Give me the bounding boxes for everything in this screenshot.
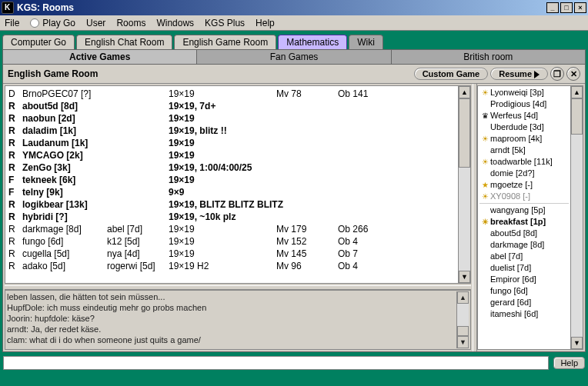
menu-user[interactable]: User [86,18,105,28]
game-list-scrollbar[interactable]: ▲ ▼ [458,86,470,283]
star-icon: ★ [479,179,490,191]
menubar: File Play Go User Rooms Windows KGS Plus… [0,15,588,31]
menu-file[interactable]: File [5,18,19,28]
user-name: Lyonweiqi [3p] [490,87,544,98]
game-row[interactable]: Ftelny [9k]9×9 [7,186,456,198]
user-row[interactable]: abel [7d] [478,251,570,262]
user-row[interactable]: ☀breakfast [1p] [478,216,570,228]
titlebar[interactable]: KGS: Rooms _ □ × [0,0,588,15]
room-tab[interactable]: Wiki [349,35,383,49]
game-row[interactable]: RLaudanum [1k]19×19 [7,137,456,149]
menu-play-go[interactable]: Play Go [30,18,75,28]
game-row[interactable]: Rdaladim [1k]19×19, blitz !! [7,125,456,137]
room-tab[interactable]: Mathematics [278,35,347,49]
chat-scrollbar[interactable]: ▲ ▼ [456,291,469,348]
room-tab[interactable]: English Chat Room [76,35,172,49]
chat-line: arndt: Ja, der redet käse. [7,324,456,334]
user-row[interactable]: arndt [5k] [478,145,570,156]
menu-kgs-plus[interactable]: KGS Plus [205,18,245,28]
user-name: darkmage [8d] [490,239,544,251]
user-row[interactable]: darkmage [8d] [478,239,570,251]
user-list-divider [479,203,569,204]
game-row[interactable]: Rhybridi [?]19×19, ~10k plz [7,211,456,223]
game-row[interactable]: Rnaobun [2d]19×19 [7,112,456,125]
game-row[interactable]: Rfungo [6d]k12 [5d]19×19Mv 152Ob 4 [7,235,456,248]
minimize-button[interactable]: _ [546,2,559,13]
play-icon [534,71,540,78]
user-name: wangyang [5p] [490,205,546,216]
user-row[interactable]: domie [2d?] [478,168,570,179]
user-name: breakfast [1p] [490,216,546,228]
user-row[interactable]: ★mgoetze [-] [478,179,570,191]
game-row[interactable]: DBrnoPGEC07 [?]19×19Mv 78Ob 141 [7,88,456,100]
game-row[interactable]: Rabout5d [8d]19×19, 7d+ [7,100,456,112]
game-row[interactable]: Rlogikbear [13k]19×19, BLITZ BLITZ BLITZ [7,198,456,211]
scroll-up-icon[interactable]: ▲ [459,86,470,98]
windows-icon-button[interactable]: ❐ [550,67,564,81]
crown-icon: ♛ [479,110,490,121]
user-name: XY0908 [-] [490,191,530,202]
chat-line: leben lassen, die hätten tot sein müssen… [7,291,456,302]
chat-input[interactable] [3,356,549,370]
chat-line: clam: what di i do when someone just qui… [7,334,456,345]
user-name: maproom [4k] [490,133,542,145]
user-row[interactable]: ☀maproom [4k] [478,133,570,145]
room-name: English Game Room [8,68,412,79]
scroll-down-icon[interactable]: ▼ [571,337,583,349]
game-row[interactable]: Rdarkmage [8d]abel [7d]19×19Mv 179Ob 266 [7,223,456,235]
sub-tab[interactable]: Active Games [3,50,197,64]
user-row[interactable]: Prodigious [4d] [478,98,570,110]
scroll-up-icon[interactable]: ▲ [457,291,469,304]
scroll-up-icon[interactable]: ▲ [571,86,583,98]
chat-line: Joorin: hupfdole: käse? [7,313,456,324]
game-row[interactable]: Rcugella [5d]nya [4d]19×19Mv 145Ob 7 [7,248,456,260]
user-row[interactable]: Uberdude [3d] [478,121,570,133]
sun-icon: ☀ [479,191,490,202]
menu-windows[interactable]: Windows [156,18,194,28]
user-row[interactable]: wangyang [5p] [478,205,570,216]
scroll-down-icon[interactable]: ▼ [457,336,469,348]
sun-icon: ☀ [479,133,490,145]
resume-button[interactable]: Resume [490,68,548,80]
sub-tab[interactable]: Fan Games [197,50,391,64]
game-row[interactable]: Ftekneek [6k]19×19 [7,174,456,186]
user-name: Werfeus [4d] [490,110,538,121]
user-name: Uberdude [3d] [490,121,544,133]
user-row[interactable]: ☀toadwarble [11k] [478,156,570,168]
user-row[interactable]: Empiror [6d] [478,274,570,285]
user-row[interactable]: about5d [8d] [478,228,570,239]
user-name: Prodigious [4d] [490,98,546,110]
user-name: domie [2d?] [490,168,534,179]
user-name: abel [7d] [490,251,523,262]
menu-rooms[interactable]: Rooms [116,18,145,28]
game-row[interactable]: Radako [5d]rogerwi [5d]19×19 H2Mv 96Ob 4 [7,260,456,272]
game-row[interactable]: RYMCAGO [2k]19×19 [7,149,456,161]
room-tabs: Computer GoEnglish Chat RoomEnglish Game… [2,35,586,49]
user-row[interactable]: ☀XY0908 [-] [478,191,570,202]
user-row[interactable]: itameshi [6d] [478,308,570,320]
user-list-scrollbar[interactable]: ▲ ▼ [570,86,583,349]
room-tab[interactable]: English Game Room [174,35,276,49]
maximize-button[interactable]: □ [560,2,573,13]
room-tab[interactable]: Computer Go [2,35,75,49]
menu-help[interactable]: Help [256,18,275,28]
user-row[interactable]: fungo [6d] [478,285,570,297]
close-room-button[interactable]: ✕ [566,67,580,81]
custom-game-button[interactable]: Custom Game [414,68,489,80]
user-row[interactable]: ♛Werfeus [4d] [478,110,570,121]
chat-line: HupfDole: ich muss eindeutig mehr go pro… [7,302,456,313]
user-row[interactable]: ☀Lyonweiqi [3p] [478,87,570,98]
sun-icon: ☀ [479,87,490,98]
scroll-down-icon[interactable]: ▼ [459,271,470,283]
sub-tab[interactable]: British room [392,50,585,64]
user-row[interactable]: duelist [7d] [478,262,570,274]
input-bar: Help [0,354,588,371]
user-list: ☀Lyonweiqi [3p]Prodigious [4d]♛Werfeus [… [477,85,583,350]
game-row[interactable]: RZenGo [3k]19×19, 1:00/4:00/25 [7,161,456,174]
user-name: duelist [7d] [490,262,531,274]
close-window-button[interactable]: × [574,2,586,13]
user-name: mgoetze [-] [490,179,533,191]
chat-log: leben lassen, die hätten tot sein müssen… [5,290,471,350]
help-button[interactable]: Help [553,357,585,369]
user-row[interactable]: gerard [6d] [478,297,570,308]
